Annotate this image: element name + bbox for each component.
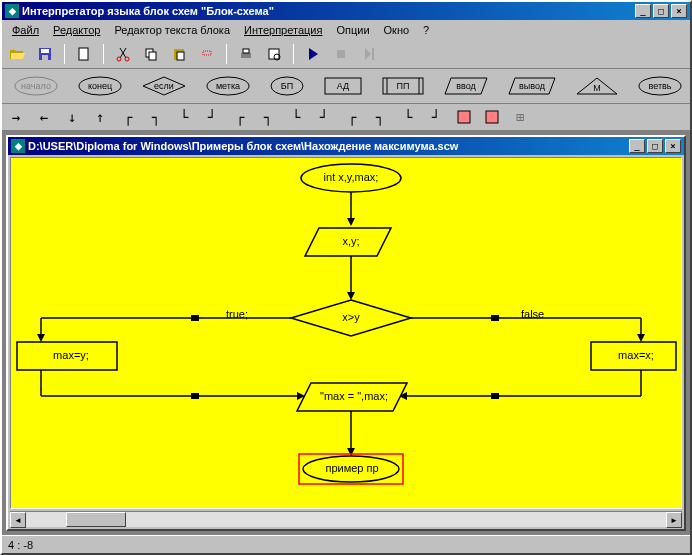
stop-icon[interactable]	[330, 43, 352, 65]
save-icon[interactable]	[34, 43, 56, 65]
svg-text:если: если	[154, 81, 174, 91]
tool-c-icon[interactable]: ⊞	[510, 107, 530, 127]
svg-text:метка: метка	[216, 81, 240, 91]
corner-7-icon[interactable]: └	[286, 107, 306, 127]
corner-2-icon[interactable]: ┐	[146, 107, 166, 127]
copy-icon[interactable]	[140, 43, 162, 65]
corner-10-icon[interactable]: ┐	[370, 107, 390, 127]
run-icon[interactable]	[302, 43, 324, 65]
corner-9-icon[interactable]: ┌	[342, 107, 362, 127]
svg-text:ветвь: ветвь	[649, 81, 672, 91]
corner-12-icon[interactable]: ┘	[426, 107, 446, 127]
doc-close-button[interactable]: ×	[665, 139, 681, 153]
arrow-left-icon[interactable]: ←	[34, 107, 54, 127]
label-false: false	[521, 308, 544, 320]
maximize-button[interactable]: □	[653, 4, 669, 18]
shape-branch[interactable]: ветвь	[630, 73, 690, 99]
node-decision[interactable]: x>y	[331, 311, 371, 323]
shape-if[interactable]: если	[134, 73, 194, 99]
svg-text:начало: начало	[21, 81, 51, 91]
corner-5-icon[interactable]: ┌	[230, 107, 250, 127]
flowchart-canvas[interactable]: int x,y,max; x,y; x>y true; false max=y;…	[10, 157, 682, 509]
titlebar[interactable]: ◆ Интерпретатор языка блок схем "Блок-сх…	[2, 2, 690, 20]
shape-output[interactable]: вывод	[500, 73, 564, 99]
corner-3-icon[interactable]: └	[174, 107, 194, 127]
scroll-thumb[interactable]	[66, 512, 126, 527]
cut-icon[interactable]	[112, 43, 134, 65]
open-icon[interactable]	[6, 43, 28, 65]
close-button[interactable]: ×	[671, 4, 687, 18]
document-window: ◆ D:\USER\Diploma for Windows\Примеры бл…	[6, 135, 686, 531]
svg-rect-12	[243, 49, 249, 53]
toolbar-arrows: → ← ↓ ↑ ┌ ┐ └ ┘ ┌ ┐ └ ┘ ┌ ┐ └ ┘ ⊞	[2, 104, 690, 131]
new-icon[interactable]	[73, 43, 95, 65]
tool-b-icon[interactable]	[482, 107, 502, 127]
document-titlebar[interactable]: ◆ D:\USER\Diploma for Windows\Примеры бл…	[8, 137, 684, 155]
shape-start[interactable]: начало	[6, 73, 66, 99]
node-maxy[interactable]: max=y;	[41, 349, 101, 361]
app-icon: ◆	[5, 4, 19, 18]
corner-4-icon[interactable]: ┘	[202, 107, 222, 127]
print-icon[interactable]	[235, 43, 257, 65]
node-declare[interactable]: int x,y,max;	[311, 171, 391, 183]
shape-input[interactable]: ввод	[436, 73, 496, 99]
menu-interpretation[interactable]: Интерпретация	[238, 22, 328, 38]
svg-rect-3	[79, 48, 88, 60]
shape-bp[interactable]: БП	[262, 73, 312, 99]
svg-rect-55	[491, 393, 499, 399]
menubar: Файл Редактор Редактор текста блока Инте…	[2, 20, 690, 40]
svg-rect-2	[42, 55, 48, 60]
svg-rect-15	[337, 50, 345, 58]
node-end[interactable]: пример пр	[319, 462, 385, 474]
arrow-up-icon[interactable]: ↑	[90, 107, 110, 127]
node-output[interactable]: "max = ",max;	[309, 390, 399, 402]
shape-pp[interactable]: ПП	[374, 73, 432, 99]
svg-rect-1	[41, 49, 49, 53]
menu-file[interactable]: Файл	[6, 22, 45, 38]
toolbar-file	[2, 40, 690, 69]
menu-text-editor[interactable]: Редактор текста блока	[108, 22, 236, 38]
doc-maximize-button[interactable]: □	[647, 139, 663, 153]
mdi-workspace: ◆ D:\USER\Diploma for Windows\Примеры бл…	[2, 131, 690, 535]
scroll-track[interactable]	[26, 512, 666, 527]
menu-window[interactable]: Окно	[378, 22, 416, 38]
minimize-button[interactable]: _	[635, 4, 651, 18]
doc-minimize-button[interactable]: _	[629, 139, 645, 153]
delete-icon[interactable]	[196, 43, 218, 65]
node-input[interactable]: x,y;	[331, 235, 371, 247]
node-maxx[interactable]: max=x;	[606, 349, 666, 361]
svg-rect-7	[149, 52, 156, 60]
corner-6-icon[interactable]: ┐	[258, 107, 278, 127]
scroll-left-button[interactable]: ◄	[10, 512, 26, 528]
svg-text:ввод: ввод	[456, 81, 476, 91]
corner-11-icon[interactable]: └	[398, 107, 418, 127]
svg-text:БП: БП	[281, 81, 293, 91]
window-title: Интерпретатор языка блок схем "Блок-схем…	[22, 5, 635, 17]
svg-rect-52	[191, 393, 199, 399]
scrollbar-horizontal[interactable]: ◄ ►	[10, 511, 682, 527]
corner-8-icon[interactable]: ┘	[314, 107, 334, 127]
shape-end[interactable]: конец	[70, 73, 130, 99]
document-title: D:\USER\Diploma for Windows\Примеры блок…	[28, 140, 629, 152]
paste-icon[interactable]	[168, 43, 190, 65]
menu-help[interactable]: ?	[417, 22, 435, 38]
step-icon[interactable]	[358, 43, 380, 65]
svg-point-5	[125, 57, 129, 61]
app-window: ◆ Интерпретатор языка блок схем "Блок-сх…	[0, 0, 692, 555]
scroll-right-button[interactable]: ►	[666, 512, 682, 528]
svg-rect-43	[191, 315, 199, 321]
print-preview-icon[interactable]	[263, 43, 285, 65]
tool-a-icon[interactable]	[454, 107, 474, 127]
svg-rect-46	[491, 315, 499, 321]
arrow-right-icon[interactable]: →	[6, 107, 26, 127]
svg-rect-16	[372, 48, 374, 60]
shape-label[interactable]: метка	[198, 73, 258, 99]
menu-options[interactable]: Опции	[330, 22, 375, 38]
arrow-down-icon[interactable]: ↓	[62, 107, 82, 127]
shape-ad[interactable]: АД	[316, 73, 370, 99]
svg-text:конец: конец	[88, 81, 112, 91]
menu-editor[interactable]: Редактор	[47, 22, 106, 38]
corner-1-icon[interactable]: ┌	[118, 107, 138, 127]
label-true: true;	[226, 308, 248, 320]
shape-module[interactable]: М	[568, 73, 626, 99]
